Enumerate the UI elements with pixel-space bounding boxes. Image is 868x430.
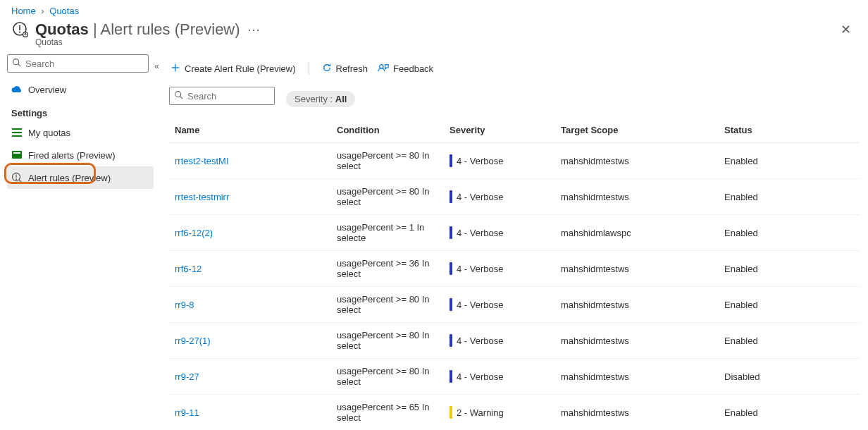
sidebar-item-fired-alerts-preview-[interactable]: Fired alerts (Preview) (7, 144, 154, 166)
rule-link[interactable]: rrf6-12 (175, 264, 202, 274)
cell-condition: usagePercent >= 1 In selecte (331, 215, 444, 251)
svg-point-2 (19, 31, 20, 32)
cell-condition: usagePercent >= 80 In select (331, 359, 444, 395)
table-row: rr9-27(1)usagePercent >= 80 In select4 -… (169, 323, 860, 359)
sidebar: « Overview Settings My quotasFired alert… (0, 54, 158, 430)
close-icon[interactable]: ✕ (841, 22, 857, 37)
cell-name: rr9-11 (169, 395, 331, 431)
book-icon (11, 150, 23, 160)
search-icon (174, 90, 183, 102)
svg-rect-9 (12, 151, 22, 159)
sidebar-section-settings: Settings (11, 108, 154, 118)
cell-name: rrf6-12(2) (169, 215, 331, 251)
rule-link[interactable]: rrf6-12(2) (175, 228, 213, 238)
cell-name: rr9-8 (169, 287, 331, 323)
sidebar-item-label: My quotas (28, 128, 70, 138)
cell-status: Enabled (719, 215, 860, 251)
severity-bar-icon (450, 262, 452, 275)
quota-header-icon (11, 20, 30, 39)
search-icon (12, 58, 21, 69)
table-search[interactable] (169, 87, 275, 105)
feedback-button[interactable]: Feedback (376, 60, 435, 78)
sidebar-item-overview[interactable]: Overview (7, 78, 154, 101)
breadcrumb-quotas[interactable]: Quotas (49, 6, 79, 16)
col-scope[interactable]: Target Scope (555, 118, 719, 143)
cell-severity: 4 - Verbose (444, 179, 555, 215)
sidebar-search-input[interactable] (25, 59, 144, 69)
col-status[interactable]: Status (719, 118, 860, 143)
svg-line-18 (180, 97, 182, 99)
list-icon (11, 128, 23, 137)
cell-severity: 4 - Verbose (444, 215, 555, 251)
sidebar-item-label: Fired alerts (Preview) (28, 150, 116, 161)
sidebar-item-alert-rules-preview-[interactable]: Alert rules (Preview) (7, 166, 154, 189)
refresh-button[interactable]: Refresh (321, 60, 370, 78)
col-name[interactable]: Name (169, 118, 331, 143)
cell-scope: mahshidmtestws (555, 179, 719, 215)
svg-point-4 (13, 59, 19, 65)
cell-status: Enabled (719, 323, 860, 359)
cell-status: Enabled (719, 395, 860, 431)
svg-rect-10 (13, 152, 20, 154)
cell-scope: mahshidmtestws (555, 395, 719, 431)
cell-severity: 4 - Verbose (444, 359, 555, 395)
rule-link[interactable]: rr9-11 (175, 407, 199, 418)
cell-name: rrtest-testmirr (169, 179, 331, 215)
cell-status: Enabled (719, 287, 860, 323)
cell-name: rrtest2-testMI (169, 143, 331, 179)
severity-filter-label: Severity : (294, 94, 335, 104)
plus-icon (170, 63, 180, 75)
svg-point-17 (175, 92, 181, 97)
cell-severity: 4 - Verbose (444, 143, 555, 179)
table-row: rr9-8usagePercent >= 80 In select4 - Ver… (169, 287, 860, 323)
severity-bar-icon (450, 370, 452, 383)
cell-scope: mahshidmtestws (555, 323, 719, 359)
severity-bar-icon (450, 406, 452, 419)
create-alert-rule-button[interactable]: Create Alert Rule (Preview) (169, 60, 297, 78)
svg-point-16 (380, 64, 383, 68)
severity-text: 4 - Verbose (457, 264, 504, 274)
cell-condition: usagePercent >= 80 In select (331, 287, 444, 323)
cell-condition: usagePercent >= 65 In select (331, 395, 444, 431)
rule-link[interactable]: rrtest-testmirr (175, 192, 229, 202)
main-content: Create Alert Rule (Preview) Refresh Feed… (158, 54, 868, 430)
cell-name: rr9-27 (169, 359, 331, 395)
severity-bar-icon (450, 298, 452, 311)
cell-condition: usagePercent >= 36 In select (331, 251, 444, 287)
rule-link[interactable]: rr9-27 (175, 371, 199, 382)
cell-status: Enabled (719, 251, 860, 287)
col-severity[interactable]: Severity (444, 118, 555, 143)
feedback-label: Feedback (393, 63, 433, 74)
feedback-icon (378, 63, 389, 75)
breadcrumb-sep: › (41, 6, 44, 16)
sidebar-search[interactable] (7, 54, 149, 73)
rule-link[interactable]: rrtest2-testMI (175, 156, 229, 166)
severity-filter[interactable]: Severity : All (286, 91, 355, 107)
severity-text: 4 - Verbose (457, 336, 504, 346)
rule-link[interactable]: rr9-27(1) (175, 336, 211, 346)
col-condition[interactable]: Condition (331, 118, 444, 143)
severity-text: 4 - Verbose (457, 371, 504, 382)
rule-link[interactable]: rr9-8 (175, 300, 194, 310)
breadcrumb: Home › Quotas (0, 0, 868, 18)
page-header: Quotas | Alert rules (Preview) ⋯ ✕ (0, 18, 868, 39)
severity-bar-icon (450, 154, 452, 167)
table-row: rrtest-testmirrusagePercent >= 80 In sel… (169, 179, 860, 215)
severity-text: 4 - Verbose (457, 192, 504, 202)
svg-rect-12 (16, 175, 16, 178)
alert-rules-table: Name Condition Severity Target Scope Sta… (169, 118, 860, 430)
more-icon[interactable]: ⋯ (247, 22, 261, 37)
severity-text: 2 - Warning (457, 407, 504, 418)
svg-rect-1 (19, 25, 20, 30)
cell-scope: mahshidmtestws (555, 251, 719, 287)
cell-condition: usagePercent >= 80 In select (331, 143, 444, 179)
breadcrumb-home[interactable]: Home (11, 6, 36, 16)
cell-scope: mahshidmtestws (555, 359, 719, 395)
sidebar-item-label: Overview (28, 85, 66, 95)
cell-name: rr9-27(1) (169, 323, 331, 359)
create-alert-rule-label: Create Alert Rule (Preview) (185, 63, 296, 74)
cell-severity: 4 - Verbose (444, 251, 555, 287)
svg-point-13 (16, 178, 17, 180)
sidebar-item-my-quotas[interactable]: My quotas (7, 121, 154, 144)
severity-bar-icon (450, 190, 452, 203)
